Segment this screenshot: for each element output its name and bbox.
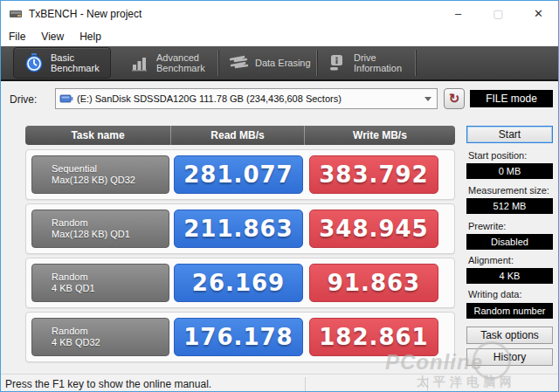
start-position-label: Start position: [468, 150, 527, 161]
write-value: 182.861 [309, 318, 438, 356]
status-separator [305, 377, 306, 391]
write-value: 348.945 [309, 210, 438, 248]
task-line2: 4 KB QD1 [52, 283, 169, 294]
drive-selected-value: (E:) SanDisk SDSSDA120G 111.78 GB (234,4… [77, 93, 424, 104]
write-value: 383.792 [309, 155, 438, 194]
tab-driveinfo-line2: Information [354, 63, 402, 73]
data-erasing-icon [227, 52, 250, 73]
close-button[interactable]: ✕ [519, 1, 558, 26]
results-table-header: Task name Read MB/s Write MB/s [25, 126, 455, 145]
task-name-cell: Sequential Max(128 KB) QD32 [31, 155, 169, 194]
stopwatch-icon [23, 52, 45, 73]
task-line1: Random [52, 272, 169, 283]
start-button[interactable]: Start [466, 126, 553, 143]
writing-data-value[interactable]: Random number [466, 303, 553, 319]
tab-separator [415, 50, 416, 76]
header-write-mbs: Write MB/s [305, 126, 455, 145]
status-bar: Press the F1 key to show the online manu… [1, 374, 558, 392]
write-value: 91.863 [309, 264, 438, 302]
menu-view[interactable]: View [33, 28, 72, 45]
status-separator [427, 377, 428, 391]
alignment-label: Alignment: [468, 255, 514, 265]
tab-basic-line2: Benchmark [51, 63, 100, 73]
prewrite-value[interactable]: Disabled [466, 234, 553, 250]
task-line2: 4 KB QD32 [52, 337, 169, 348]
bar-chart-icon [128, 52, 151, 73]
read-value: 281.077 [174, 155, 303, 194]
prewrite-label: Prewrite: [468, 221, 506, 231]
read-value: 26.169 [174, 264, 303, 302]
task-line1: Sequential [52, 163, 169, 175]
status-message: Press the F1 key to show the online manu… [5, 378, 211, 390]
table-row: Random 4 KB QD1 26.169 91.863 [25, 258, 455, 308]
task-line1: Random [52, 217, 169, 229]
window-title: TxBENCH - New project [29, 8, 141, 20]
maximize-button[interactable]: ▢ [479, 1, 518, 26]
read-value: 211.863 [174, 210, 303, 248]
tab-data-erasing-label: Data Erasing [255, 58, 311, 68]
header-read-mbs: Read MB/s [171, 126, 305, 145]
task-line2: Max(128 KB) QD1 [52, 229, 169, 240]
tab-basic-benchmark-label: Basic Benchmark [51, 52, 100, 73]
table-row: Random Max(128 KB) QD1 211.863 348.945 [25, 203, 455, 254]
tab-basic-line1: Basic [51, 52, 100, 63]
tab-erasing-line1: Data Erasing [255, 58, 311, 68]
drive-info-icon [326, 52, 349, 73]
menu-file[interactable]: File [1, 28, 33, 45]
chevron-down-icon [424, 97, 431, 101]
start-position-value[interactable]: 0 MB [466, 163, 553, 179]
alignment-value[interactable]: 4 KB [466, 268, 553, 284]
tab-advanced-benchmark-label: Advanced Benchmark [156, 52, 205, 73]
table-row: Random 4 KB QD32 176.178 182.861 [25, 312, 455, 362]
titlebar: TxBENCH - New project – ▢ ✕ [1, 1, 558, 27]
tab-advanced-benchmark[interactable]: Advanced Benchmark [120, 47, 217, 79]
task-line1: Random [52, 326, 169, 337]
txbench-window: TxBENCH - New project – ▢ ✕ File View He… [0, 0, 559, 392]
table-row: Sequential Max(128 KB) QD32 281.077 383.… [25, 149, 455, 200]
read-value: 176.178 [174, 318, 303, 356]
task-name-cell: Random 4 KB QD1 [31, 264, 169, 302]
file-mode-button[interactable]: FILE mode [470, 90, 553, 107]
drive-icon [59, 93, 73, 104]
header-task-name: Task name [25, 126, 171, 145]
menu-help[interactable]: Help [72, 28, 109, 45]
tab-drive-information[interactable]: Drive Information [317, 47, 415, 79]
app-icon [9, 8, 24, 20]
tab-advanced-line2: Benchmark [156, 63, 205, 73]
refresh-drives-button[interactable]: ↻ [444, 88, 465, 109]
tab-driveinfo-line1: Drive [354, 52, 402, 63]
history-button[interactable]: History [466, 348, 553, 366]
drive-select[interactable]: (E:) SanDisk SDSSDA120G 111.78 GB (234,4… [55, 88, 438, 109]
measurement-size-label: Measurement size: [468, 185, 549, 196]
task-line2: Max(128 KB) QD32 [52, 175, 169, 186]
tab-drive-information-label: Drive Information [354, 52, 402, 73]
task-name-cell: Random Max(128 KB) QD1 [31, 210, 169, 248]
task-options-button[interactable]: Task options [466, 327, 553, 344]
tab-basic-benchmark[interactable]: Basic Benchmark [13, 47, 111, 79]
writing-data-label: Writing data: [468, 289, 522, 299]
menubar: File View Help [1, 27, 558, 46]
drive-label: Drive: [10, 93, 37, 106]
measurement-size-value[interactable]: 512 MB [466, 198, 553, 214]
task-name-cell: Random 4 KB QD32 [31, 318, 169, 356]
minimize-button[interactable]: – [438, 1, 478, 26]
tab-bar: Basic Benchmark Advanced Benchmark [1, 46, 558, 81]
tab-advanced-line1: Advanced [156, 52, 205, 63]
tab-data-erasing[interactable]: Data Erasing [218, 47, 316, 79]
